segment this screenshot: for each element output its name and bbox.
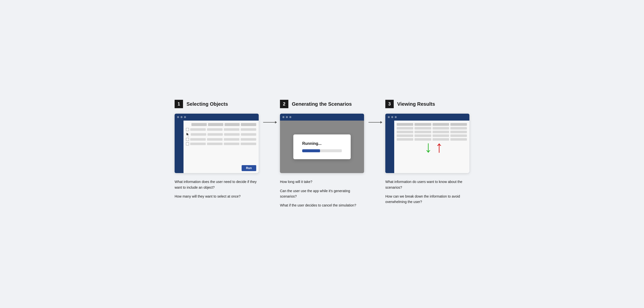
step-3-number: 3 [385, 100, 394, 108]
row-cell [190, 128, 206, 131]
step-3-sidebar [385, 121, 394, 173]
step-3: 3 Viewing Results [385, 100, 470, 205]
arrow-line-2 [368, 122, 381, 123]
step3-data-cell [432, 131, 449, 133]
row-cell [224, 133, 240, 136]
titlebar-dot [391, 116, 393, 118]
step3-data-cell [414, 131, 431, 133]
step3-data-cell [397, 138, 413, 141]
step-1-header: 1 Selecting Objects [174, 100, 228, 108]
step3-data-cell [450, 134, 467, 137]
checkbox[interactable] [186, 142, 189, 145]
step-2-desc-line-2: Can the user use the app while it's gene… [280, 188, 364, 199]
step-2-window: Running... [280, 114, 364, 173]
steps-row: 1 Selecting Objects [149, 100, 495, 208]
row-cell [207, 128, 222, 131]
row-cell [191, 133, 206, 136]
step-1-title: Selecting Objects [186, 101, 228, 107]
row-cell [207, 143, 222, 145]
step-2-desc-line-1: How long will it take? [280, 179, 364, 184]
step-1-sidebar [174, 121, 184, 173]
table-row [186, 132, 256, 136]
row-cell [207, 138, 222, 141]
step3-data-cell [432, 134, 449, 137]
step-1-number: 1 [174, 100, 183, 108]
run-button-row: Run [186, 163, 256, 173]
titlebar-dot [289, 116, 291, 118]
step-2-description: How long will it take? Can the user use … [280, 179, 364, 208]
step3-cell [397, 123, 413, 126]
cursor-icon [186, 132, 190, 136]
row-cell [224, 143, 240, 145]
row-cell [208, 133, 223, 136]
step3-data-cell [432, 127, 449, 130]
step3-data-row [397, 127, 467, 130]
row-cells [191, 133, 256, 136]
step-2-title: Generating the Scenarios [292, 101, 352, 107]
step3-data-cell [397, 134, 413, 137]
titlebar-dot [184, 116, 186, 118]
header-cell [224, 123, 240, 126]
step-2-body: Running... [280, 121, 364, 173]
step-3-content: ↓ ↑ [394, 121, 470, 173]
loading-dialog: Running... [293, 134, 351, 159]
titlebar-dot [395, 116, 397, 118]
arrow-connector-1 [259, 122, 280, 123]
step-1: 1 Selecting Objects [174, 100, 259, 199]
checkbox[interactable] [186, 128, 189, 131]
row-cell [224, 138, 240, 141]
step3-data-cell [450, 138, 467, 141]
step-1-titlebar [174, 114, 259, 121]
titlebar-dot [286, 116, 288, 118]
step3-data-row [397, 131, 467, 133]
arrow-up-icon: ↑ [435, 139, 443, 155]
checkbox[interactable] [186, 138, 189, 141]
row-cell [241, 138, 256, 141]
run-button[interactable]: Run [242, 165, 256, 171]
row-cell [190, 143, 206, 145]
step3-data-cell [414, 127, 431, 130]
row-cell [224, 128, 240, 131]
step-3-desc-line-1: What information do users want to know a… [385, 179, 470, 190]
header-cell [241, 123, 256, 126]
progress-bar-fill [302, 149, 320, 152]
row-cell [241, 128, 256, 131]
step-3-description: What information do users want to know a… [385, 179, 470, 205]
titlebar-dot [388, 116, 390, 118]
titlebar-dot [282, 116, 284, 118]
progress-bar-bg [302, 149, 342, 152]
row-cell [241, 143, 256, 145]
row-cell [190, 138, 206, 141]
step-1-desc-line-2: How many will they want to select at onc… [174, 194, 259, 199]
table-row [186, 128, 256, 131]
row-cells [190, 138, 256, 141]
table-row [186, 142, 256, 145]
row-cells [190, 143, 256, 145]
step-1-content: Run [184, 121, 259, 173]
step-2: 2 Generating the Scenarios Running... [280, 100, 364, 208]
row-cells [190, 128, 256, 131]
step-2-desc-line-3: What if the user decides to cancel the s… [280, 202, 364, 208]
step3-data-cell [397, 127, 413, 130]
step-3-titlebar [385, 114, 470, 121]
page-container: 1 Selecting Objects [149, 100, 495, 208]
step-1-description: What information does the user need to d… [174, 179, 259, 199]
titlebar-dot [180, 116, 182, 118]
step-2-header: 2 Generating the Scenarios [280, 100, 352, 108]
step3-cell [450, 123, 467, 126]
header-cell [208, 123, 223, 126]
step3-data-row [397, 134, 467, 137]
titlebar-dot [177, 116, 179, 118]
row-cell [241, 133, 256, 136]
arrow-down-icon: ↓ [424, 139, 432, 155]
step3-header-row [397, 123, 467, 126]
step-3-title: Viewing Results [397, 101, 435, 107]
step3-cell [432, 123, 449, 126]
step3-data-cell [414, 134, 431, 137]
step-3-body: ↓ ↑ [385, 121, 470, 173]
table-row [186, 138, 256, 141]
header-cell [192, 123, 207, 126]
loading-text: Running... [302, 141, 322, 146]
step-2-number: 2 [280, 100, 288, 108]
step-1-desc-line-1: What information does the user need to d… [174, 179, 259, 190]
